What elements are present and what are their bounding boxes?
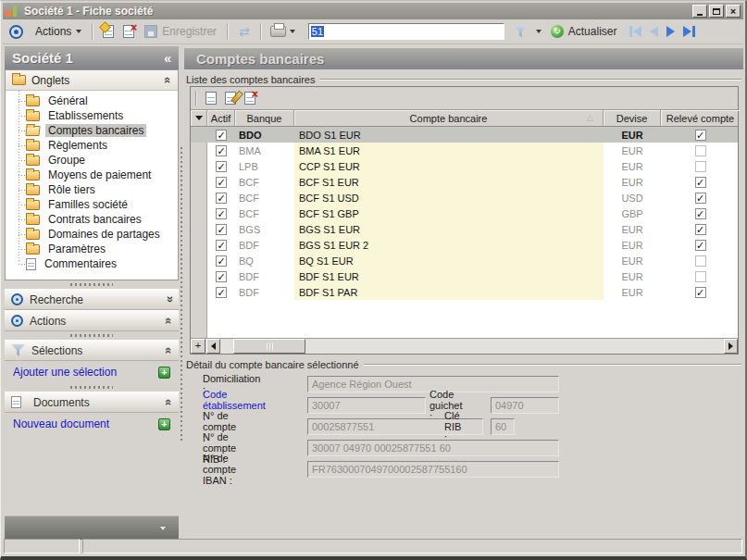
checked-checkbox[interactable]: ✓ [695, 287, 706, 298]
checked-checkbox[interactable]: ✓ [216, 161, 227, 172]
print-button[interactable] [270, 26, 286, 37]
scroll-right-button[interactable] [724, 339, 738, 354]
checked-checkbox[interactable]: ✓ [216, 145, 227, 156]
sidebar-item-contrats-bancaires[interactable]: Contrats bancaires [6, 212, 178, 227]
checked-checkbox[interactable]: ✓ [695, 208, 706, 219]
checked-checkbox[interactable]: ✓ [216, 224, 227, 235]
checked-checkbox[interactable]: ✓ [695, 224, 706, 235]
new-record-button[interactable] [103, 25, 114, 38]
table-row[interactable]: ✓BDFBDF S1 EUREUR [191, 268, 738, 284]
splitter-handle[interactable] [5, 383, 179, 392]
grid-delete-button[interactable] [244, 92, 255, 105]
last-record-button[interactable] [683, 26, 695, 37]
add-icon[interactable]: + [158, 367, 170, 379]
sidebar-item-g-n-ral[interactable]: Général [6, 93, 178, 108]
unchecked-checkbox[interactable] [695, 161, 706, 172]
unchecked-checkbox[interactable] [695, 255, 706, 267]
filter-icon[interactable] [514, 26, 528, 38]
checked-checkbox[interactable]: ✓ [216, 271, 227, 282]
add-row-button[interactable]: + [191, 339, 205, 354]
actions-menu-button[interactable]: Actions [30, 23, 87, 40]
grid-add-button[interactable] [205, 92, 217, 105]
sidebar-section-documents[interactable]: Documents « [5, 392, 179, 413]
table-row[interactable]: ✓BDOBDO S1 EUREUR✓ [191, 127, 738, 143]
scroll-left-button[interactable] [206, 339, 220, 354]
grid-menu-header[interactable] [191, 110, 207, 126]
checked-checkbox[interactable]: ✓ [216, 193, 227, 204]
column-header-compte-bancaire[interactable]: Compte bancaire △ [294, 110, 604, 126]
sidebar-item-familles-soci-t[interactable]: Familles société [6, 197, 178, 212]
splitter-handle[interactable] [5, 331, 179, 340]
collapse-sidebar-icon[interactable]: « [164, 52, 171, 65]
checked-checkbox[interactable]: ✓ [216, 287, 227, 298]
record-search-input[interactable]: 51 [308, 23, 504, 40]
page-title: Comptes bancaires [196, 51, 324, 67]
checked-checkbox[interactable]: ✓ [216, 130, 227, 141]
onglets-section-header[interactable]: Onglets « [6, 70, 178, 91]
delete-record-button[interactable] [123, 25, 134, 38]
checked-checkbox[interactable]: ✓ [695, 130, 706, 141]
table-row[interactable]: ✓LPBCCP S1 EUREUR [191, 158, 738, 174]
checked-checkbox[interactable]: ✓ [216, 177, 227, 188]
minimize-button[interactable] [692, 5, 707, 18]
column-header-actif[interactable]: Actif [207, 110, 235, 126]
splitter-handle[interactable] [5, 280, 179, 289]
horizontal-scrollbar[interactable] [220, 339, 724, 354]
chevron-up-icon[interactable]: « [162, 399, 176, 405]
add-icon[interactable]: + [158, 418, 170, 430]
table-row[interactable]: ✓BDFBGS S1 EUR 2EUR✓ [191, 237, 738, 253]
refresh-button[interactable]: Actualiser [568, 25, 617, 38]
chevron-down-icon[interactable]: « [162, 296, 176, 303]
table-row[interactable]: ✓BCFBCF S1 GBPGBP✓ [191, 205, 738, 221]
checked-checkbox[interactable]: ✓ [216, 240, 227, 251]
sidebar-section-actions[interactable]: Actions « [5, 310, 179, 331]
unchecked-checkbox[interactable] [695, 271, 706, 282]
sidebar-item-groupe[interactable]: Groupe [6, 153, 178, 168]
column-header-releve-compte[interactable]: Relevé compte [661, 110, 740, 126]
sidebar-section-selections[interactable]: Sélections « [5, 340, 179, 361]
scrollbar-thumb[interactable] [233, 339, 305, 354]
unchecked-checkbox[interactable] [695, 145, 706, 156]
table-row[interactable]: ✓BDFBDF S1 PAREUR✓ [191, 284, 738, 300]
table-row[interactable]: ✓BQBQ S1 EUREUR [191, 253, 738, 268]
sidebar-footer-bar[interactable] [5, 516, 179, 540]
checked-checkbox[interactable]: ✓ [216, 255, 227, 267]
sync-icon[interactable]: ⇄ [239, 24, 250, 39]
refresh-icon[interactable]: ↻ [551, 25, 564, 38]
checked-checkbox[interactable]: ✓ [216, 208, 227, 219]
previous-record-button[interactable] [650, 26, 658, 37]
sidebar-item-etablissements[interactable]: Etablissements [6, 108, 178, 123]
add-selection-link[interactable]: Ajouter une sélection [13, 366, 117, 379]
filter-chevron-icon[interactable] [536, 30, 542, 33]
sidebar-item-r-glements[interactable]: Règlements [6, 138, 178, 153]
chevron-up-icon[interactable]: « [161, 77, 175, 83]
new-document-link[interactable]: Nouveau document [13, 417, 109, 430]
grid-edit-button[interactable] [225, 92, 236, 105]
sidebar-item-moyens-de-paiement[interactable]: Moyens de paiement [6, 168, 178, 182]
checked-checkbox[interactable]: ✓ [695, 240, 706, 251]
table-row[interactable]: ✓BCFBCF S1 EUREUR✓ [191, 174, 738, 190]
chevron-up-icon[interactable]: « [162, 317, 176, 324]
sidebar-item-comptes-bancaires[interactable]: Comptes bancaires [6, 123, 178, 138]
maximize-button[interactable] [709, 5, 724, 18]
releve-compte-cell: ✓ [661, 127, 740, 143]
sidebar-section-recherche[interactable]: Recherche « [5, 289, 179, 310]
save-button[interactable]: Enregistrer [144, 25, 217, 38]
print-options-chevron-icon[interactable] [290, 30, 295, 33]
sidebar-item-domaines-de-partages[interactable]: Domaines de partages [6, 227, 178, 242]
next-record-button[interactable] [666, 26, 675, 37]
table-row[interactable]: ✓BGSBGS S1 EUREUR✓ [191, 221, 738, 237]
sidebar-item-param-tres[interactable]: Paramètres [6, 242, 178, 256]
sidebar-item-commentaires[interactable]: Commentaires [6, 256, 178, 271]
column-header-banque[interactable]: Banque [235, 110, 294, 126]
column-header-devise[interactable]: Devise [604, 110, 661, 126]
checked-checkbox[interactable]: ✓ [695, 193, 706, 204]
table-row[interactable]: ✓BMABMA S1 EUREUR [191, 143, 738, 158]
checked-checkbox[interactable]: ✓ [695, 177, 706, 188]
table-row[interactable]: ✓BCFBCF S1 USDUSD✓ [191, 190, 738, 205]
first-record-button[interactable] [629, 26, 641, 37]
sidebar-item-r-le-tiers[interactable]: Rôle tiers [6, 182, 178, 197]
chevron-up-icon[interactable]: « [162, 347, 176, 354]
chevron-down-icon[interactable] [160, 527, 166, 530]
close-button[interactable]: × [726, 5, 741, 18]
